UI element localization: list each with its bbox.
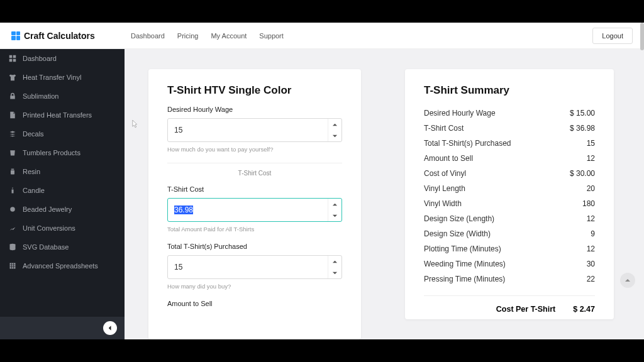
nav-pricing[interactable]: Pricing [177, 32, 199, 40]
sidebar-item-dashboard[interactable]: Dashboard [0, 49, 125, 68]
summary-footer: Cost Per T-Shirt $ 2.47 [424, 295, 595, 314]
cup-icon [9, 149, 16, 156]
nav-dashboard[interactable]: Dashboard [131, 32, 165, 40]
chevron-down-icon [332, 270, 338, 276]
summary-row-label: Weeding Time (Minutes) [424, 260, 506, 268]
sidebar-item-label: Sublimation [23, 92, 58, 100]
purchased-input-wrap [167, 255, 342, 279]
purchased-step-up[interactable] [328, 256, 341, 267]
cost-spinners [328, 199, 341, 221]
content-area: T-Shirt HTV Single Color Desired Hourly … [125, 49, 644, 339]
summary-row-value: 22 [587, 275, 595, 283]
wage-input[interactable] [168, 119, 328, 141]
summary-row: Plotting Time (Minutes)12 [424, 241, 595, 256]
sidebar-item-tumblers[interactable]: Tumblers Products [0, 143, 125, 162]
bead-icon [9, 206, 16, 213]
app-body: Dashboard Heat Transfer Vinyl Sublimatio… [0, 49, 644, 339]
purchased-input[interactable] [168, 256, 328, 278]
wage-step-down[interactable] [328, 130, 341, 141]
summary-row-label: Design Size (Length) [424, 214, 494, 223]
lock-icon [9, 92, 16, 100]
sidebar-item-decals[interactable]: Decals [0, 124, 125, 143]
cost-step-down[interactable] [328, 210, 341, 221]
summary-row-label: T-Shirt Cost [424, 124, 464, 133]
nav-my-account[interactable]: My Account [211, 32, 247, 40]
summary-row-value: 30 [587, 260, 595, 268]
svg-rect-8 [10, 263, 16, 269]
summary-row: Amount to Sell12 [424, 151, 595, 166]
sidebar-item-label: Advanced Spreadsheets [23, 262, 98, 270]
summary-row-value: 20 [587, 184, 595, 193]
letterbox-bottom [0, 339, 644, 362]
summary-row-value: 12 [587, 154, 595, 163]
page-scrollbar[interactable] [640, 23, 644, 339]
summary-row-value: $ 30.00 [570, 169, 595, 178]
graph-icon [9, 224, 16, 232]
letterbox-top [0, 0, 644, 23]
sidebar-item-resin[interactable]: Resin [0, 162, 125, 181]
scrollbar-thumb[interactable] [640, 23, 644, 50]
chevron-up-icon [332, 122, 338, 128]
nav-support[interactable]: Support [259, 32, 284, 40]
summary-row: Cost of Vinyl$ 30.00 [424, 166, 595, 181]
summary-row: Pressing Time (Minutes)22 [424, 272, 595, 287]
wage-label: Desired Hourly Wage [167, 106, 342, 113]
brand-wrap[interactable]: Craft Calculators [11, 31, 131, 41]
svg-rect-5 [11, 169, 14, 170]
summary-row: Design Size (Width)9 [424, 226, 595, 241]
summary-row-label: Desired Hourly Wage [424, 109, 496, 118]
top-nav: Dashboard Pricing My Account Support [131, 32, 284, 40]
summary-row-value: 12 [587, 214, 595, 223]
db-icon [9, 243, 16, 251]
summary-row-label: Amount to Sell [424, 154, 473, 163]
shirt-icon [9, 74, 16, 81]
sidebar-item-label: SVG Database [23, 243, 69, 251]
purchased-hint: How many did you buy? [167, 283, 342, 290]
sidebar-item-printed-heat[interactable]: Printed Heat Transfers [0, 106, 125, 124]
sidebar-item-htv[interactable]: Heat Transfer Vinyl [0, 68, 125, 87]
sidebar-item-label: Dashboard [23, 55, 57, 62]
sidebar-item-label: Printed Heat Transfers [23, 111, 92, 119]
sidebar-item-sublimation[interactable]: Sublimation [0, 87, 125, 106]
sidebar: Dashboard Heat Transfer Vinyl Sublimatio… [0, 49, 125, 339]
sidebar-item-label: Resin [23, 168, 40, 175]
sidebar-item-label: Heat Transfer Vinyl [23, 74, 81, 81]
purchased-label: Total T-Shirt(s) Purchased [167, 243, 342, 250]
app-window: Craft Calculators Dashboard Pricing My A… [0, 23, 644, 339]
sidebar-item-beaded[interactable]: Beaded Jewelry [0, 200, 125, 219]
wage-input-wrap [167, 118, 342, 142]
sidebar-item-candle[interactable]: Candle [0, 181, 125, 200]
chevron-down-icon [332, 133, 338, 139]
svg-point-6 [10, 207, 15, 212]
cost-step-up[interactable] [328, 199, 341, 210]
sidebar-collapse-button[interactable] [103, 321, 117, 335]
sidebar-item-label: Beaded Jewelry [23, 206, 72, 213]
sidebar-item-label: Tumblers Products [23, 149, 80, 156]
sidebar-item-unit-conversions[interactable]: Unit Conversions [0, 219, 125, 238]
summary-row: Total T-Shirt(s) Purchased15 [424, 136, 595, 151]
purchased-spinners [328, 256, 341, 278]
brand-text: Craft Calculators [24, 31, 95, 41]
cost-input[interactable] [168, 199, 328, 221]
divider [167, 163, 342, 163]
summary-row: Vinyl Length20 [424, 181, 595, 196]
svg-rect-4 [11, 170, 14, 175]
summary-row-label: Design Size (Width) [424, 229, 491, 238]
sheet-icon [9, 262, 16, 270]
cost-input-wrap [167, 198, 342, 222]
scroll-to-top-button[interactable] [620, 273, 635, 288]
wage-step-up[interactable] [328, 119, 341, 130]
purchased-step-down[interactable] [328, 267, 341, 278]
summary-row: Weeding Time (Minutes)30 [424, 256, 595, 272]
summary-row-label: Cost of Vinyl [424, 169, 466, 178]
sidebar-item-svg-db[interactable]: SVG Database [0, 238, 125, 256]
chevron-up-icon [332, 259, 338, 265]
summary-row-label: Pressing Time (Minutes) [424, 275, 505, 283]
chevron-up-icon [332, 202, 338, 207]
logout-button[interactable]: Logout [592, 28, 633, 44]
summary-foot-label: Cost Per T-Shirt [496, 305, 555, 314]
summary-row-value: 15 [587, 139, 595, 148]
summary-title: T-Shirt Summary [424, 84, 595, 97]
sidebar-item-advanced-spreadsheets[interactable]: Advanced Spreadsheets [0, 256, 125, 275]
cost-hint: Total Amount Paid for All T-Shirts [167, 226, 342, 233]
